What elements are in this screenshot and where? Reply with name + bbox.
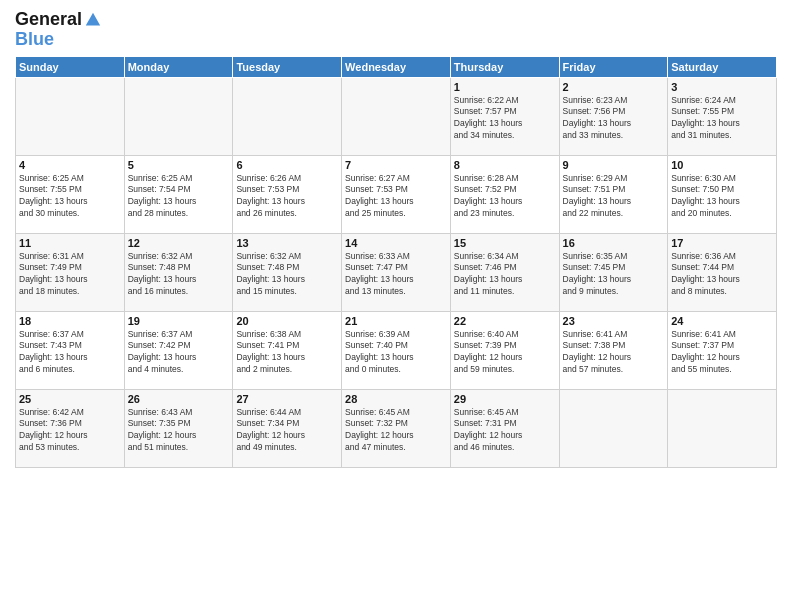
- day-cell: 18Sunrise: 6:37 AM Sunset: 7:43 PM Dayli…: [16, 311, 125, 389]
- day-number: 23: [563, 315, 665, 327]
- week-row-5: 25Sunrise: 6:42 AM Sunset: 7:36 PM Dayli…: [16, 389, 777, 467]
- day-number: 21: [345, 315, 447, 327]
- day-cell: 26Sunrise: 6:43 AM Sunset: 7:35 PM Dayli…: [124, 389, 233, 467]
- logo-general: General: [15, 10, 82, 30]
- day-number: 26: [128, 393, 230, 405]
- day-info: Sunrise: 6:27 AM Sunset: 7:53 PM Dayligh…: [345, 173, 447, 221]
- logo: General Blue: [15, 10, 102, 50]
- day-info: Sunrise: 6:36 AM Sunset: 7:44 PM Dayligh…: [671, 251, 773, 299]
- day-number: 24: [671, 315, 773, 327]
- day-info: Sunrise: 6:31 AM Sunset: 7:49 PM Dayligh…: [19, 251, 121, 299]
- day-cell: 23Sunrise: 6:41 AM Sunset: 7:38 PM Dayli…: [559, 311, 668, 389]
- day-number: 27: [236, 393, 338, 405]
- day-cell: 21Sunrise: 6:39 AM Sunset: 7:40 PM Dayli…: [342, 311, 451, 389]
- day-cell: [124, 77, 233, 155]
- day-cell: [233, 77, 342, 155]
- col-wednesday: Wednesday: [342, 56, 451, 77]
- day-cell: 4Sunrise: 6:25 AM Sunset: 7:55 PM Daylig…: [16, 155, 125, 233]
- day-info: Sunrise: 6:25 AM Sunset: 7:54 PM Dayligh…: [128, 173, 230, 221]
- day-info: Sunrise: 6:37 AM Sunset: 7:42 PM Dayligh…: [128, 329, 230, 377]
- page: General Blue Sunday Monday Tuesday Wedne…: [0, 0, 792, 478]
- day-number: 7: [345, 159, 447, 171]
- logo-icon: [84, 11, 102, 29]
- week-row-1: 1Sunrise: 6:22 AM Sunset: 7:57 PM Daylig…: [16, 77, 777, 155]
- day-cell: [559, 389, 668, 467]
- day-info: Sunrise: 6:33 AM Sunset: 7:47 PM Dayligh…: [345, 251, 447, 299]
- day-cell: 13Sunrise: 6:32 AM Sunset: 7:48 PM Dayli…: [233, 233, 342, 311]
- week-row-2: 4Sunrise: 6:25 AM Sunset: 7:55 PM Daylig…: [16, 155, 777, 233]
- day-cell: 11Sunrise: 6:31 AM Sunset: 7:49 PM Dayli…: [16, 233, 125, 311]
- day-info: Sunrise: 6:22 AM Sunset: 7:57 PM Dayligh…: [454, 95, 556, 143]
- day-info: Sunrise: 6:30 AM Sunset: 7:50 PM Dayligh…: [671, 173, 773, 221]
- day-info: Sunrise: 6:35 AM Sunset: 7:45 PM Dayligh…: [563, 251, 665, 299]
- day-info: Sunrise: 6:40 AM Sunset: 7:39 PM Dayligh…: [454, 329, 556, 377]
- day-info: Sunrise: 6:34 AM Sunset: 7:46 PM Dayligh…: [454, 251, 556, 299]
- day-number: 6: [236, 159, 338, 171]
- col-thursday: Thursday: [450, 56, 559, 77]
- day-info: Sunrise: 6:41 AM Sunset: 7:37 PM Dayligh…: [671, 329, 773, 377]
- day-info: Sunrise: 6:24 AM Sunset: 7:55 PM Dayligh…: [671, 95, 773, 143]
- col-sunday: Sunday: [16, 56, 125, 77]
- day-info: Sunrise: 6:41 AM Sunset: 7:38 PM Dayligh…: [563, 329, 665, 377]
- day-cell: 7Sunrise: 6:27 AM Sunset: 7:53 PM Daylig…: [342, 155, 451, 233]
- day-cell: 1Sunrise: 6:22 AM Sunset: 7:57 PM Daylig…: [450, 77, 559, 155]
- day-cell: 20Sunrise: 6:38 AM Sunset: 7:41 PM Dayli…: [233, 311, 342, 389]
- day-info: Sunrise: 6:42 AM Sunset: 7:36 PM Dayligh…: [19, 407, 121, 455]
- day-cell: 3Sunrise: 6:24 AM Sunset: 7:55 PM Daylig…: [668, 77, 777, 155]
- day-number: 8: [454, 159, 556, 171]
- day-number: 5: [128, 159, 230, 171]
- day-cell: 14Sunrise: 6:33 AM Sunset: 7:47 PM Dayli…: [342, 233, 451, 311]
- day-info: Sunrise: 6:45 AM Sunset: 7:32 PM Dayligh…: [345, 407, 447, 455]
- day-cell: 8Sunrise: 6:28 AM Sunset: 7:52 PM Daylig…: [450, 155, 559, 233]
- day-number: 18: [19, 315, 121, 327]
- day-info: Sunrise: 6:38 AM Sunset: 7:41 PM Dayligh…: [236, 329, 338, 377]
- week-row-3: 11Sunrise: 6:31 AM Sunset: 7:49 PM Dayli…: [16, 233, 777, 311]
- day-cell: [16, 77, 125, 155]
- day-info: Sunrise: 6:43 AM Sunset: 7:35 PM Dayligh…: [128, 407, 230, 455]
- day-number: 25: [19, 393, 121, 405]
- day-cell: 12Sunrise: 6:32 AM Sunset: 7:48 PM Dayli…: [124, 233, 233, 311]
- day-number: 1: [454, 81, 556, 93]
- day-info: Sunrise: 6:45 AM Sunset: 7:31 PM Dayligh…: [454, 407, 556, 455]
- day-number: 16: [563, 237, 665, 249]
- day-cell: [668, 389, 777, 467]
- day-number: 20: [236, 315, 338, 327]
- day-cell: [342, 77, 451, 155]
- day-info: Sunrise: 6:32 AM Sunset: 7:48 PM Dayligh…: [128, 251, 230, 299]
- day-number: 9: [563, 159, 665, 171]
- day-number: 28: [345, 393, 447, 405]
- day-number: 17: [671, 237, 773, 249]
- day-cell: 16Sunrise: 6:35 AM Sunset: 7:45 PM Dayli…: [559, 233, 668, 311]
- day-number: 11: [19, 237, 121, 249]
- day-number: 3: [671, 81, 773, 93]
- day-info: Sunrise: 6:23 AM Sunset: 7:56 PM Dayligh…: [563, 95, 665, 143]
- day-number: 19: [128, 315, 230, 327]
- day-cell: 22Sunrise: 6:40 AM Sunset: 7:39 PM Dayli…: [450, 311, 559, 389]
- day-cell: 6Sunrise: 6:26 AM Sunset: 7:53 PM Daylig…: [233, 155, 342, 233]
- day-info: Sunrise: 6:32 AM Sunset: 7:48 PM Dayligh…: [236, 251, 338, 299]
- col-saturday: Saturday: [668, 56, 777, 77]
- day-cell: 28Sunrise: 6:45 AM Sunset: 7:32 PM Dayli…: [342, 389, 451, 467]
- day-info: Sunrise: 6:26 AM Sunset: 7:53 PM Dayligh…: [236, 173, 338, 221]
- svg-marker-0: [86, 13, 100, 26]
- col-monday: Monday: [124, 56, 233, 77]
- day-number: 15: [454, 237, 556, 249]
- day-number: 12: [128, 237, 230, 249]
- day-cell: 27Sunrise: 6:44 AM Sunset: 7:34 PM Dayli…: [233, 389, 342, 467]
- day-number: 4: [19, 159, 121, 171]
- day-number: 29: [454, 393, 556, 405]
- day-cell: 5Sunrise: 6:25 AM Sunset: 7:54 PM Daylig…: [124, 155, 233, 233]
- day-number: 14: [345, 237, 447, 249]
- day-info: Sunrise: 6:37 AM Sunset: 7:43 PM Dayligh…: [19, 329, 121, 377]
- col-friday: Friday: [559, 56, 668, 77]
- day-cell: 29Sunrise: 6:45 AM Sunset: 7:31 PM Dayli…: [450, 389, 559, 467]
- day-info: Sunrise: 6:29 AM Sunset: 7:51 PM Dayligh…: [563, 173, 665, 221]
- day-cell: 2Sunrise: 6:23 AM Sunset: 7:56 PM Daylig…: [559, 77, 668, 155]
- calendar-table: Sunday Monday Tuesday Wednesday Thursday…: [15, 56, 777, 468]
- logo-blue: Blue: [15, 30, 102, 50]
- day-info: Sunrise: 6:25 AM Sunset: 7:55 PM Dayligh…: [19, 173, 121, 221]
- day-number: 13: [236, 237, 338, 249]
- day-cell: 10Sunrise: 6:30 AM Sunset: 7:50 PM Dayli…: [668, 155, 777, 233]
- col-tuesday: Tuesday: [233, 56, 342, 77]
- day-cell: 9Sunrise: 6:29 AM Sunset: 7:51 PM Daylig…: [559, 155, 668, 233]
